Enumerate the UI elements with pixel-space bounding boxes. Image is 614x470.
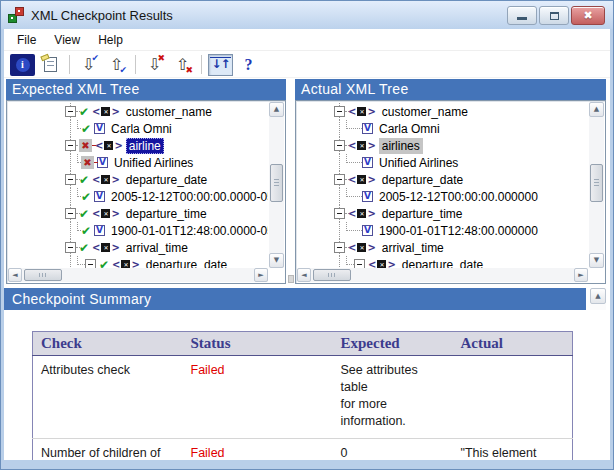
scrollbar-thumb[interactable] <box>24 269 62 281</box>
maximize-button[interactable] <box>539 6 569 25</box>
tree-node-customer-name[interactable]: ✔<✕>customer_name <box>9 103 268 120</box>
previous-failed-check-button[interactable]: ⇧✖ <box>170 54 195 76</box>
minimize-icon <box>517 17 527 20</box>
expand-collapse-icon[interactable] <box>334 106 345 117</box>
xml-element-icon: <✕> <box>92 243 120 253</box>
expected-tree[interactable]: ✔<✕>customer_name✔VCarla Omni✖<✕>airline… <box>6 100 286 284</box>
expand-collapse-icon[interactable] <box>85 259 96 268</box>
panel-splitter[interactable] <box>288 275 294 283</box>
tree-node-departure-date[interactable]: ✔<✕>departure_date <box>9 256 268 268</box>
actual-tree[interactable]: <✕>customer_nameVCarla Omni<✕>airlinesVU… <box>295 100 606 284</box>
tree-node-label: airline <box>126 138 164 154</box>
xml-value-icon: V <box>94 225 105 236</box>
next-check-button[interactable]: ⇩✔ <box>76 54 101 76</box>
horizontal-scrollbar[interactable]: ◄ ► <box>8 268 268 282</box>
scroll-left-icon[interactable]: ◄ <box>297 268 311 282</box>
scrollbar-thumb[interactable] <box>590 164 603 202</box>
tree-node-airline[interactable]: ✖<✕>airline <box>9 137 268 154</box>
menu-help[interactable]: Help <box>89 30 132 50</box>
tree-node-airlines[interactable]: <✕>airlines <box>298 137 588 154</box>
pass-check-icon: ✔ <box>81 191 91 203</box>
tree-node-unified-airlines[interactable]: ✖VUnified Airlines <box>9 154 268 171</box>
scroll-down-icon[interactable]: ▼ <box>269 253 284 268</box>
tree-node-label: customer_name <box>379 104 471 120</box>
actual-tree-header: Actual XML Tree <box>295 79 606 100</box>
menu-file[interactable]: File <box>8 30 45 50</box>
tree-node-1900-01-01t12-48-00-000000[interactable]: V1900-01-01T12:48:00.000000 <box>298 222 588 239</box>
expand-collapse-icon[interactable] <box>334 242 345 253</box>
toolbar-separator <box>201 55 202 74</box>
titlebar[interactable]: XML Checkpoint Results ✖ <box>1 1 613 29</box>
x-mark-icon: ✖ <box>185 66 193 75</box>
tree-node-2005-12-12t00-00-00-000000[interactable]: V2005-12-12T00:00:00.000000 <box>298 188 588 205</box>
tree-node-carla-omni[interactable]: VCarla Omni <box>298 120 588 137</box>
horizontal-scrollbar[interactable]: ◄ ► <box>297 268 588 282</box>
tree-node-label: 2005-12-12T00:00:00.000000 <box>376 189 541 205</box>
summary-header-expected: Expected <box>333 332 453 356</box>
checkpoint-properties-button[interactable] <box>38 54 63 76</box>
expand-collapse-icon[interactable] <box>334 140 345 151</box>
tree-node-arrival-time[interactable]: <✕>arrival_time <box>298 239 588 256</box>
tree-node-label: 2005-12-12T00:00:00.0000-05 <box>108 189 268 205</box>
tree-node-departure-time[interactable]: <✕>departure_time <box>298 205 588 222</box>
expand-collapse-icon[interactable] <box>65 174 76 185</box>
scroll-up-icon[interactable]: ▲ <box>589 102 604 117</box>
expand-collapse-icon[interactable] <box>65 208 76 219</box>
sync-trees-button[interactable]: ↓↑ <box>208 54 233 76</box>
summary-cell-actual <box>453 356 573 439</box>
tree-node-unified-airlines[interactable]: VUnified Airlines <box>298 154 588 171</box>
tree-node-label: Unified Airlines <box>111 155 196 171</box>
tree-node-2005-12-12t00-00-00-0000-05[interactable]: ✔V2005-12-12T00:00:00.0000-05 <box>9 188 268 205</box>
tree-node-1900-01-01t12-48-00-0000-05[interactable]: ✔V1900-01-01T12:48:00.0000-05 <box>9 222 268 239</box>
toolbar-separator <box>135 55 136 74</box>
expand-collapse-icon[interactable] <box>334 208 345 219</box>
app-icon <box>8 7 24 23</box>
scroll-up-icon[interactable]: ▲ <box>269 102 284 117</box>
minimize-button[interactable] <box>507 6 537 25</box>
results-info-button[interactable]: i <box>10 54 35 76</box>
scrollbar-thumb[interactable] <box>313 269 351 281</box>
tree-node-departure-time[interactable]: ✔<✕>departure_time <box>9 205 268 222</box>
expand-collapse-icon[interactable] <box>65 242 76 253</box>
expand-collapse-icon[interactable] <box>65 140 76 151</box>
scroll-right-icon[interactable]: ► <box>254 268 268 282</box>
xml-element-icon: <✕> <box>348 209 376 219</box>
properties-icon <box>44 57 57 72</box>
expand-collapse-icon[interactable] <box>354 259 365 268</box>
summary-header-status: Status <box>183 332 333 356</box>
summary-cell-expected: 0 <box>333 438 453 460</box>
vertical-scrollbar[interactable]: ▲ ▼ <box>269 102 284 268</box>
close-button[interactable]: ✖ <box>571 6 605 25</box>
pass-check-icon: ✔ <box>79 208 89 220</box>
expected-tree-panel: Expected XML Tree ✔<✕>customer_name✔VCar… <box>6 79 286 284</box>
tree-node-arrival-time[interactable]: ✔<✕>arrival_time <box>9 239 268 256</box>
summary-cell-expected: See attributes table for more informatio… <box>333 356 453 439</box>
summary-cell-actual: "This element is missing." <box>453 438 573 460</box>
tree-node-departure-date[interactable]: <✕>departure_date <box>298 171 588 188</box>
menu-view[interactable]: View <box>45 30 89 50</box>
next-failed-check-button[interactable]: ⇩✖ <box>142 54 167 76</box>
scroll-right-icon[interactable]: ► <box>574 268 588 282</box>
summary-header-check: Check <box>33 332 183 356</box>
tree-node-departure-date[interactable]: ✔<✕>departure_date <box>9 171 268 188</box>
expand-collapse-icon[interactable] <box>65 106 76 117</box>
previous-check-button[interactable]: ⇧✔ <box>104 54 129 76</box>
xml-element-icon: <✕> <box>348 107 376 117</box>
question-mark-icon: ? <box>245 56 253 74</box>
scroll-left-icon[interactable]: ◄ <box>8 268 22 282</box>
xml-value-icon: V <box>362 191 373 202</box>
tree-node-departure-date[interactable]: <✕>departure_date <box>298 256 588 268</box>
vertical-scrollbar[interactable]: ▲ ▼ <box>589 102 604 268</box>
summary-header-actual: Actual <box>453 332 573 356</box>
expand-collapse-icon[interactable] <box>334 174 345 185</box>
window-title: XML Checkpoint Results <box>31 8 173 23</box>
scroll-down-icon[interactable]: ▼ <box>589 253 604 268</box>
tree-node-customer-name[interactable]: <✕>customer_name <box>298 103 588 120</box>
scroll-up-icon[interactable]: ▲ <box>590 288 606 304</box>
help-button[interactable]: ? <box>236 54 261 76</box>
xml-value-icon: V <box>362 225 373 236</box>
scrollbar-thumb[interactable] <box>270 164 283 202</box>
expected-tree-header: Expected XML Tree <box>6 79 286 100</box>
xml-checkpoint-results-window: XML Checkpoint Results ✖ File View Help … <box>0 0 614 470</box>
tree-node-carla-omni[interactable]: ✔VCarla Omni <box>9 120 268 137</box>
